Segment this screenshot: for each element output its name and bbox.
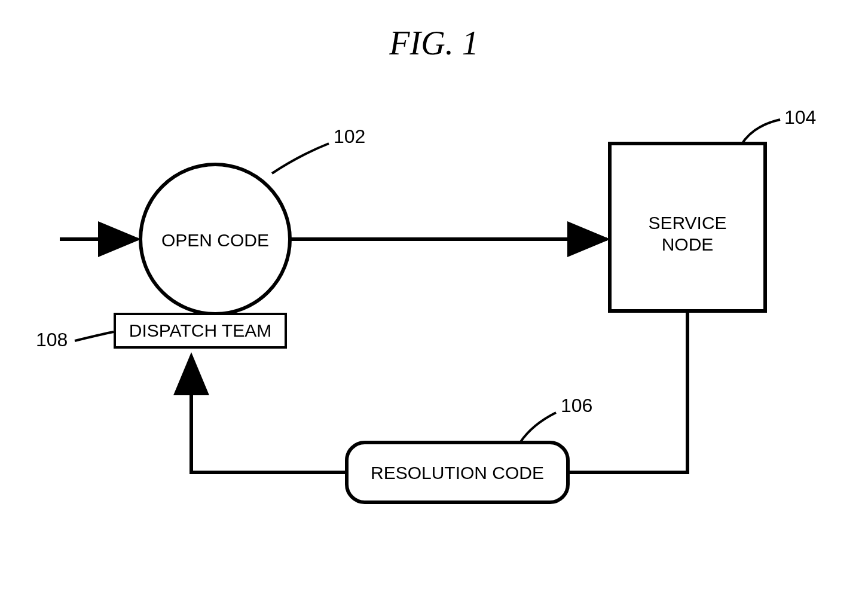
ref-108: 108 bbox=[36, 329, 68, 351]
ref-leader-106 bbox=[520, 413, 556, 442]
resolution-code-label: RESOLUTION CODE bbox=[356, 462, 559, 484]
dispatch-team-label: DISPATCH TEAM bbox=[129, 321, 271, 341]
service-node-label: SERVICE NODE bbox=[634, 212, 741, 255]
arrow-resolution-to-dispatch bbox=[191, 356, 347, 472]
service-node-line2: NODE bbox=[662, 234, 714, 254]
arrow-service-to-resolution bbox=[568, 311, 687, 472]
ref-leader-102 bbox=[272, 144, 329, 173]
ref-102: 102 bbox=[334, 126, 365, 148]
dispatch-team-node: DISPATCH TEAM bbox=[114, 313, 287, 349]
service-node-line1: SERVICE bbox=[648, 213, 726, 233]
ref-leader-104 bbox=[741, 120, 780, 145]
ref-106: 106 bbox=[561, 395, 592, 417]
diagram-canvas bbox=[0, 0, 868, 589]
ref-leader-108 bbox=[75, 332, 114, 341]
open-code-label: OPEN CODE bbox=[155, 230, 275, 251]
ref-104: 104 bbox=[784, 106, 816, 129]
